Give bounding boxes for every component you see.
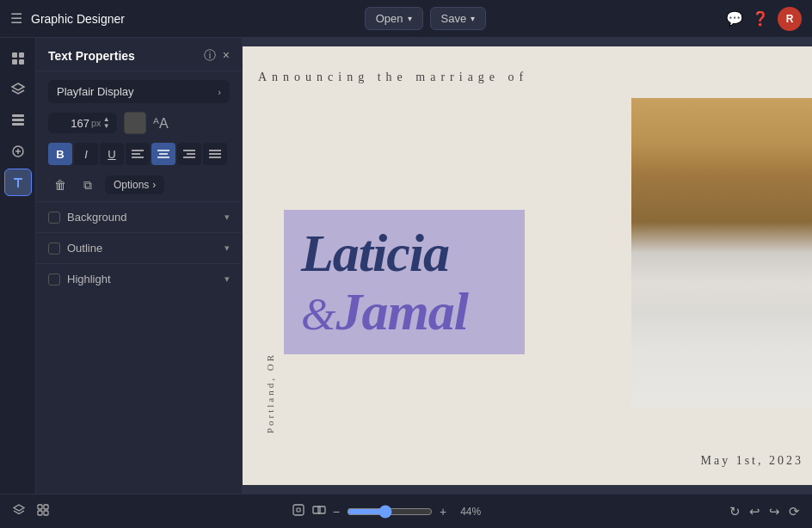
font-size-input[interactable] (55, 117, 89, 130)
background-section: Background ▾ (36, 201, 242, 232)
action-row: 🗑 ⧉ Options › (36, 174, 242, 201)
layers-icon[interactable] (12, 503, 26, 519)
font-size-unit: px (91, 118, 102, 128)
panel-title: Text Properties (48, 49, 135, 63)
highlight-chevron-icon: ▾ (225, 273, 230, 285)
decrement-arrow[interactable]: ▼ (103, 123, 110, 130)
close-icon[interactable]: × (223, 48, 230, 64)
open-button[interactable]: Open ▾ (365, 7, 423, 30)
fit-screen-icon[interactable] (292, 503, 305, 519)
font-name-label: Playfair Display (57, 85, 134, 98)
color-swatch[interactable] (124, 112, 146, 134)
menu-icon[interactable]: ☰ (10, 10, 22, 27)
chevron-down-icon: ▾ (408, 14, 412, 23)
main-content: Text Properties ⓘ × Playfair Display › p… (0, 38, 812, 494)
svg-rect-5 (12, 119, 24, 121)
highlight-expand-header[interactable]: Highlight ▾ (48, 264, 230, 294)
undo-icon[interactable]: ↩ (749, 504, 760, 519)
align-left-button[interactable] (126, 143, 150, 165)
svg-rect-24 (293, 505, 304, 515)
history-icon[interactable]: ⟳ (789, 504, 800, 519)
save-button[interactable]: Save ▾ (430, 7, 487, 30)
refresh-icon[interactable]: ↻ (729, 504, 741, 519)
bottom-right: ↻ ↩ ↪ ⟳ (729, 504, 800, 519)
italic-button[interactable]: I (74, 143, 98, 165)
align-center-button[interactable] (151, 143, 175, 165)
photo-box (631, 98, 812, 408)
bold-button[interactable]: B (48, 143, 72, 165)
canvas-area: Announcing the marriage of Laticia & Jam… (243, 38, 812, 494)
svg-rect-25 (313, 507, 320, 513)
highlight-section: Highlight ▾ (36, 263, 242, 294)
outline-checkbox[interactable] (48, 243, 60, 255)
options-button[interactable]: Options › (105, 175, 164, 194)
svg-rect-20 (38, 505, 42, 509)
date-text: May 1st, 2023 (701, 454, 804, 468)
sidebar-item-grid[interactable] (4, 107, 32, 134)
sidebar-item-text[interactable] (4, 169, 32, 196)
format-row: B I U (36, 143, 242, 174)
canvas-card[interactable]: Announcing the marriage of Laticia & Jam… (243, 46, 812, 485)
svg-rect-21 (44, 505, 48, 509)
font-size-row: px ▲ ▼ ᴬA (36, 112, 242, 143)
top-bar: ☰ Graphic Designer Open ▾ Save ▾ 💬 ❓ R (0, 0, 812, 38)
bottom-bar: − + 44% ↻ ↩ ↪ ⟳ (0, 494, 812, 528)
panel-header-icons: ⓘ × (204, 48, 230, 64)
properties-panel: Text Properties ⓘ × Playfair Display › p… (36, 38, 243, 494)
svg-rect-4 (12, 114, 24, 117)
redo-icon[interactable]: ↪ (769, 504, 780, 519)
avatar[interactable]: R (778, 7, 802, 31)
top-bar-left: ☰ Graphic Designer (10, 10, 125, 27)
app-title: Graphic Designer (31, 12, 125, 26)
zoom-slider[interactable] (347, 505, 433, 519)
align-right-button[interactable] (177, 143, 201, 165)
help-icon[interactable]: ❓ (752, 10, 769, 27)
canvas-headline: Announcing the marriage of (258, 71, 528, 84)
zoom-in-icon[interactable]: + (440, 505, 446, 519)
outline-expand-header[interactable]: Outline ▾ (48, 233, 230, 263)
arrange-icon[interactable] (312, 503, 326, 519)
background-expand-header[interactable]: Background ▾ (48, 202, 230, 232)
duplicate-button[interactable]: ⧉ (76, 174, 100, 196)
top-bar-center: Open ▾ Save ▾ (365, 7, 486, 30)
grid-icon[interactable] (36, 503, 50, 519)
name-ampersand: & (301, 292, 335, 337)
names-box[interactable]: Laticia & Jamal (284, 210, 525, 354)
name-laticia: Laticia (301, 224, 449, 282)
background-chevron-icon: ▾ (225, 212, 230, 223)
outline-label: Outline (67, 242, 102, 255)
background-label: Background (67, 211, 126, 224)
font-size-stepper[interactable]: ▲ ▼ (103, 116, 110, 130)
zoom-label: 44% (453, 506, 488, 518)
bottom-left (12, 503, 50, 519)
sidebar-item-layers[interactable] (4, 76, 32, 103)
highlight-checkbox[interactable] (48, 273, 60, 285)
name-jamal: Jamal (335, 282, 467, 341)
svg-rect-2 (12, 59, 17, 64)
chat-icon[interactable]: 💬 (726, 10, 743, 27)
info-icon[interactable]: ⓘ (204, 48, 216, 64)
sidebar-item-shapes[interactable] (4, 138, 32, 165)
delete-button[interactable]: 🗑 (48, 174, 72, 196)
svg-rect-26 (318, 507, 325, 513)
svg-rect-22 (38, 511, 42, 515)
outline-chevron-icon: ▾ (225, 243, 230, 254)
background-checkbox[interactable] (48, 212, 60, 224)
svg-rect-1 (19, 52, 24, 58)
zoom-out-icon[interactable]: − (333, 505, 340, 519)
text-scale-icon[interactable]: ᴬA (153, 115, 169, 132)
sidebar-item-elements[interactable] (4, 45, 32, 72)
portland-text: Portland, OR (265, 353, 275, 433)
top-bar-right: 💬 ❓ R (726, 7, 802, 31)
svg-rect-6 (12, 123, 24, 126)
font-size-input-wrap: px ▲ ▼ (48, 113, 117, 133)
icon-sidebar (0, 38, 36, 494)
svg-rect-23 (44, 511, 48, 515)
svg-rect-0 (12, 52, 17, 58)
chevron-down-icon: ▾ (471, 14, 475, 23)
svg-rect-3 (19, 59, 24, 64)
justify-button[interactable] (203, 143, 227, 165)
couple-photo (631, 98, 812, 408)
underline-button[interactable]: U (100, 143, 124, 165)
font-selector[interactable]: Playfair Display › (48, 80, 230, 103)
